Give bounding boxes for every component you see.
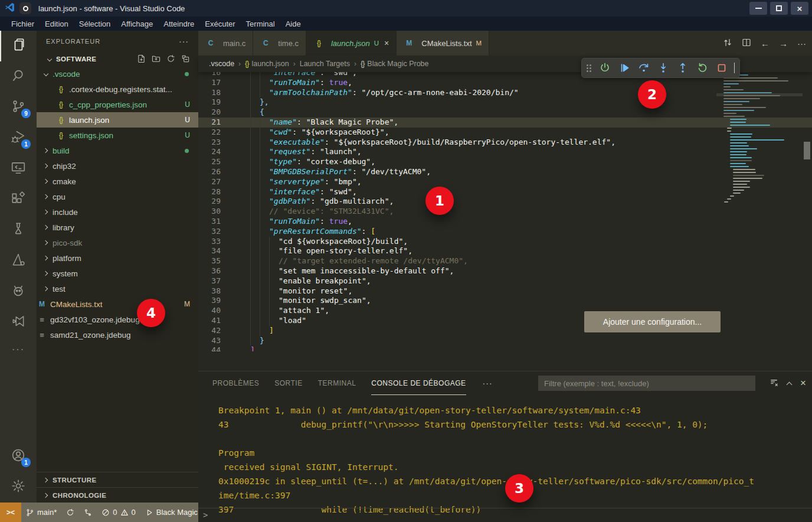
breadcrumb-item[interactable]: {}Black Magic Probe <box>361 60 429 68</box>
workspace-section-header[interactable]: SOFTWARE <box>37 52 198 66</box>
section-chronologie[interactable]: CHRONOLOGIE <box>37 487 198 503</box>
panel-tab-sortie[interactable]: SORTIE <box>274 371 302 395</box>
stop-icon[interactable] <box>715 61 729 75</box>
code-editor[interactable]: 16"interface": "swd",17"runToMain": true… <box>198 72 812 351</box>
activity-remote-explorer[interactable] <box>0 154 37 184</box>
code-line[interactable]: 37"enable breakpoint", <box>198 276 812 286</box>
activity-source-control[interactable]: 9 <box>0 92 37 123</box>
activity-settings[interactable] <box>0 472 37 503</box>
panel-tab-terminal[interactable]: TERMINAL <box>318 371 356 395</box>
activity-search[interactable] <box>0 61 37 92</box>
close-panel-icon[interactable]: × <box>800 377 806 389</box>
status-git-graph[interactable] <box>79 503 97 522</box>
panel-tab-console-de-d-bogage[interactable]: CONSOLE DE DÉBOGAGE <box>371 371 466 395</box>
more-icon[interactable]: ··· <box>797 38 806 48</box>
menu-item-sélection[interactable]: Sélection <box>74 17 116 31</box>
code-line[interactable]: 35// "target extended-remote /dev/ttyACM… <box>198 256 812 266</box>
editor-scrollbar[interactable] <box>804 142 810 159</box>
code-line[interactable]: 36"set mem inaccessible-by-default off", <box>198 266 812 276</box>
step-over-icon[interactable] <box>637 61 651 75</box>
close-tab-icon[interactable]: × <box>384 38 389 48</box>
tab-time-c[interactable]: Ctime.c <box>253 31 306 56</box>
tree-item--cortex-debug-registers-stat-[interactable]: {}.cortex-debug.registers.stat... <box>37 81 198 97</box>
tree-item--vscode[interactable]: .vscode <box>37 66 198 81</box>
tab-main-c[interactable]: Cmain.c <box>198 31 253 56</box>
menu-item-aide[interactable]: Aide <box>280 17 306 31</box>
breadcrumb-item[interactable]: Launch Targets <box>300 60 350 68</box>
continue-icon[interactable] <box>617 61 631 75</box>
forward-icon[interactable]: → <box>779 38 788 48</box>
compare-icon[interactable] <box>723 38 732 49</box>
tree-item-platform[interactable]: platform <box>37 250 198 266</box>
breadcrumb-item[interactable]: {}launch.json <box>245 60 289 68</box>
code-line[interactable]: 33"cd ${workspaceRoot}/build", <box>198 237 812 247</box>
restart-icon[interactable] <box>695 61 709 75</box>
status-problems[interactable]: 00 <box>97 503 140 522</box>
code-line[interactable]: 43} <box>198 336 812 346</box>
back-icon[interactable]: ← <box>761 38 770 48</box>
minimize-button[interactable] <box>749 2 767 15</box>
tab-launch-json[interactable]: {}launch.jsonU× <box>306 31 397 56</box>
tree-item-build[interactable]: build <box>37 143 198 158</box>
section-structure[interactable]: STRUCTURE <box>37 472 198 487</box>
code-line[interactable]: 44] <box>198 345 812 351</box>
activity-cmake[interactable] <box>0 246 37 276</box>
status-remote-indicator[interactable]: >< <box>0 503 21 522</box>
activity-run-debug[interactable]: 1 <box>0 123 37 154</box>
panel-more-icon[interactable]: ··· <box>483 379 493 388</box>
menu-item-edition[interactable]: Edition <box>40 17 74 31</box>
maximize-panel-icon[interactable] <box>787 381 793 387</box>
code-line[interactable]: 32"preRestartCommands": [ <box>198 227 812 237</box>
status-sync[interactable] <box>61 503 79 522</box>
status-git-branch[interactable]: main* <box>21 503 61 522</box>
activity-embedded-debug[interactable] <box>0 276 37 307</box>
activity-project-tool[interactable] <box>0 307 37 338</box>
activity-more-icon[interactable]: ··· <box>12 338 25 361</box>
menu-item-exécuter[interactable]: Exécuter <box>199 17 240 31</box>
new-file-icon[interactable] <box>137 54 146 64</box>
tree-item-system[interactable]: system <box>37 266 198 281</box>
activity-explorer[interactable] <box>0 31 37 61</box>
maximize-button[interactable] <box>770 2 788 15</box>
chevron-down-icon[interactable] <box>734 63 735 73</box>
explorer-more-icon[interactable]: ··· <box>179 37 189 46</box>
tree-item-launch-json[interactable]: {}launch.jsonU <box>37 112 198 128</box>
tree-item-settings-json[interactable]: {}settings.jsonU <box>37 128 198 143</box>
tab-cmakelists-txt[interactable]: MCMakeLists.txtM <box>397 31 489 56</box>
tree-item-pico-sdk[interactable]: pico-sdk <box>37 235 198 250</box>
tree-item-library[interactable]: library <box>37 220 198 235</box>
add-configuration-button[interactable]: Ajouter une configuration... <box>584 311 721 332</box>
debug-filter-input[interactable] <box>538 376 755 391</box>
tree-item-test[interactable]: test <box>37 281 198 296</box>
minimap[interactable] <box>719 72 800 220</box>
code-line[interactable]: 38"monitor reset", <box>198 286 812 296</box>
tree-item-cmake[interactable]: cmake <box>37 174 198 189</box>
tree-item-cmakelists-txt[interactable]: MCMakeLists.txtM <box>37 296 198 312</box>
code-line[interactable]: 39"monitor swdp_scan", <box>198 296 812 306</box>
tree-item-chip32[interactable]: chip32 <box>37 158 198 174</box>
debug-console-prompt[interactable]: > <box>198 508 812 520</box>
tree-item-c-cpp-properties-json[interactable]: {}c_cpp_properties.jsonU <box>37 97 198 112</box>
close-button[interactable]: × <box>791 2 808 15</box>
menu-item-fichier[interactable]: Fichier <box>6 17 40 31</box>
menu-item-terminal[interactable]: Terminal <box>241 17 280 31</box>
menu-item-atteindre[interactable]: Atteindre <box>158 17 199 31</box>
tree-item-gd32vf103-ozone-jdebug[interactable]: ≡gd32vf103_ozone.jdebug <box>37 312 198 327</box>
clear-filter-icon[interactable] <box>770 378 778 389</box>
menu-item-affichage[interactable]: Affichage <box>116 17 158 31</box>
tree-item-cpu[interactable]: cpu <box>37 189 198 204</box>
step-out-icon[interactable] <box>676 61 690 75</box>
power-icon[interactable] <box>598 61 612 75</box>
new-folder-icon[interactable] <box>152 54 161 64</box>
panel-tab-probl-mes[interactable]: PROBLÈMES <box>212 371 259 395</box>
step-into-icon[interactable] <box>656 61 670 75</box>
tree-item-samd21-ozone-jdebug[interactable]: ≡samd21_ozone.jdebug <box>37 327 198 342</box>
tree-item-include[interactable]: include <box>37 204 198 220</box>
activity-extensions[interactable] <box>0 184 37 215</box>
code-line[interactable]: 34"file open-story-teller.elf", <box>198 246 812 256</box>
activity-account[interactable]: 1 <box>0 441 37 472</box>
breadcrumb-item[interactable]: .vscode <box>209 60 234 68</box>
activity-testing[interactable] <box>0 215 37 246</box>
collapse-all-icon[interactable] <box>181 54 190 64</box>
split-editor-icon[interactable] <box>742 38 751 49</box>
